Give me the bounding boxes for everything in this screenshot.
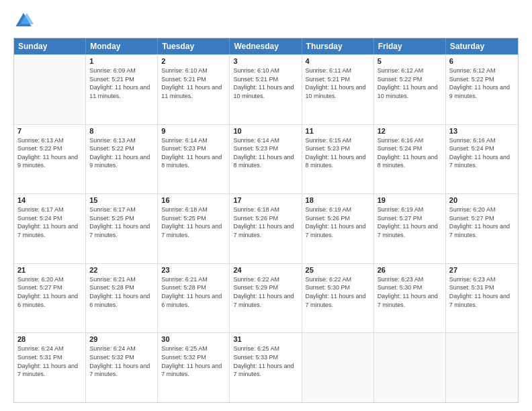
day-info: Sunrise: 6:17 AMSunset: 5:24 PMDaylight:… (17, 205, 82, 239)
day-info: Sunrise: 6:09 AMSunset: 5:21 PMDaylight:… (89, 66, 154, 100)
day-number: 30 (161, 335, 226, 343)
cal-cell: 19Sunrise: 6:19 AMSunset: 5:27 PMDayligh… (374, 194, 446, 263)
day-number: 5 (378, 57, 442, 65)
week-row-1: 1Sunrise: 6:09 AMSunset: 5:21 PMDaylight… (14, 54, 518, 124)
calendar-body: 1Sunrise: 6:09 AMSunset: 5:21 PMDaylight… (14, 54, 518, 402)
header-day-tuesday: Tuesday (158, 38, 230, 54)
day-number: 15 (89, 196, 154, 204)
day-number: 27 (449, 266, 515, 274)
day-number: 17 (233, 196, 298, 204)
week-row-3: 14Sunrise: 6:17 AMSunset: 5:24 PMDayligh… (14, 193, 518, 263)
day-number: 13 (449, 127, 515, 135)
cal-cell: 8Sunrise: 6:13 AMSunset: 5:22 PMDaylight… (86, 125, 158, 194)
cal-cell: 21Sunrise: 6:20 AMSunset: 5:27 PMDayligh… (14, 264, 86, 333)
cal-cell: 15Sunrise: 6:17 AMSunset: 5:25 PMDayligh… (86, 194, 158, 263)
cal-cell: 10Sunrise: 6:14 AMSunset: 5:23 PMDayligh… (230, 125, 302, 194)
day-info: Sunrise: 6:10 AMSunset: 5:21 PMDaylight:… (233, 66, 298, 100)
header-day-saturday: Saturday (446, 38, 518, 54)
cal-cell: 2Sunrise: 6:10 AMSunset: 5:21 PMDaylight… (158, 55, 230, 124)
day-number: 26 (378, 266, 442, 274)
day-info: Sunrise: 6:19 AMSunset: 5:26 PMDaylight:… (306, 205, 370, 239)
day-info: Sunrise: 6:15 AMSunset: 5:23 PMDaylight:… (306, 136, 370, 170)
cal-cell: 27Sunrise: 6:23 AMSunset: 5:31 PMDayligh… (446, 264, 518, 333)
header-day-sunday: Sunday (14, 38, 86, 54)
day-info: Sunrise: 6:24 AMSunset: 5:31 PMDaylight:… (17, 345, 82, 378)
header-day-monday: Monday (86, 38, 158, 54)
cal-cell: 12Sunrise: 6:16 AMSunset: 5:24 PMDayligh… (374, 125, 446, 194)
cal-cell: 25Sunrise: 6:22 AMSunset: 5:30 PMDayligh… (302, 264, 374, 333)
cal-cell: 4Sunrise: 6:11 AMSunset: 5:21 PMDaylight… (302, 55, 374, 124)
cal-cell: 14Sunrise: 6:17 AMSunset: 5:24 PMDayligh… (14, 194, 86, 263)
day-number: 31 (233, 335, 298, 343)
day-info: Sunrise: 6:21 AMSunset: 5:28 PMDaylight:… (89, 275, 154, 309)
cal-cell: 9Sunrise: 6:14 AMSunset: 5:23 PMDaylight… (158, 125, 230, 194)
day-info: Sunrise: 6:12 AMSunset: 5:22 PMDaylight:… (449, 66, 515, 100)
day-info: Sunrise: 6:25 AMSunset: 5:32 PMDaylight:… (161, 345, 226, 378)
day-info: Sunrise: 6:19 AMSunset: 5:27 PMDaylight:… (378, 205, 442, 239)
day-number: 22 (89, 266, 154, 274)
day-number: 6 (449, 57, 515, 65)
cal-cell (302, 333, 374, 402)
cal-cell: 26Sunrise: 6:23 AMSunset: 5:30 PMDayligh… (374, 264, 446, 333)
day-info: Sunrise: 6:25 AMSunset: 5:33 PMDaylight:… (233, 345, 298, 378)
day-info: Sunrise: 6:20 AMSunset: 5:27 PMDaylight:… (449, 205, 515, 239)
day-number: 8 (89, 127, 154, 135)
cal-cell: 28Sunrise: 6:24 AMSunset: 5:31 PMDayligh… (14, 333, 86, 402)
week-row-2: 7Sunrise: 6:13 AMSunset: 5:22 PMDaylight… (14, 124, 518, 194)
day-number: 10 (233, 127, 298, 135)
day-info: Sunrise: 6:23 AMSunset: 5:30 PMDaylight:… (378, 275, 442, 309)
day-info: Sunrise: 6:22 AMSunset: 5:29 PMDaylight:… (233, 275, 298, 309)
day-number: 7 (17, 127, 82, 135)
calendar-header: SundayMondayTuesdayWednesdayThursdayFrid… (14, 38, 518, 54)
day-number: 19 (378, 196, 442, 204)
day-info: Sunrise: 6:10 AMSunset: 5:21 PMDaylight:… (161, 66, 226, 100)
day-number: 20 (449, 196, 515, 204)
day-info: Sunrise: 6:11 AMSunset: 5:21 PMDaylight:… (306, 66, 370, 100)
cal-cell: 1Sunrise: 6:09 AMSunset: 5:21 PMDaylight… (86, 55, 158, 124)
day-number: 28 (17, 335, 82, 343)
day-info: Sunrise: 6:21 AMSunset: 5:28 PMDaylight:… (161, 275, 226, 309)
cal-cell (14, 55, 86, 124)
week-row-4: 21Sunrise: 6:20 AMSunset: 5:27 PMDayligh… (14, 263, 518, 333)
day-info: Sunrise: 6:20 AMSunset: 5:27 PMDaylight:… (17, 275, 82, 309)
cal-cell: 13Sunrise: 6:16 AMSunset: 5:24 PMDayligh… (446, 125, 518, 194)
day-number: 29 (89, 335, 154, 343)
header-day-wednesday: Wednesday (230, 38, 302, 54)
day-number: 23 (161, 266, 226, 274)
day-number: 11 (306, 127, 370, 135)
day-info: Sunrise: 6:18 AMSunset: 5:25 PMDaylight:… (161, 205, 226, 239)
logo (13, 11, 36, 31)
cal-cell (446, 333, 518, 402)
day-info: Sunrise: 6:18 AMSunset: 5:26 PMDaylight:… (233, 205, 298, 239)
day-number: 4 (306, 57, 370, 65)
cal-cell: 18Sunrise: 6:19 AMSunset: 5:26 PMDayligh… (302, 194, 374, 263)
cal-cell: 7Sunrise: 6:13 AMSunset: 5:22 PMDaylight… (14, 125, 86, 194)
page: SundayMondayTuesdayWednesdayThursdayFrid… (0, 0, 532, 411)
day-number: 3 (233, 57, 298, 65)
cal-cell: 16Sunrise: 6:18 AMSunset: 5:25 PMDayligh… (158, 194, 230, 263)
day-number: 12 (378, 127, 442, 135)
header-day-thursday: Thursday (302, 38, 374, 54)
cal-cell: 31Sunrise: 6:25 AMSunset: 5:33 PMDayligh… (230, 333, 302, 402)
day-info: Sunrise: 6:14 AMSunset: 5:23 PMDaylight:… (161, 136, 226, 170)
cal-cell: 3Sunrise: 6:10 AMSunset: 5:21 PMDaylight… (230, 55, 302, 124)
cal-cell: 20Sunrise: 6:20 AMSunset: 5:27 PMDayligh… (446, 194, 518, 263)
day-info: Sunrise: 6:17 AMSunset: 5:25 PMDaylight:… (89, 205, 154, 239)
day-info: Sunrise: 6:13 AMSunset: 5:22 PMDaylight:… (17, 136, 82, 170)
day-number: 25 (306, 266, 370, 274)
day-number: 16 (161, 196, 226, 204)
cal-cell: 30Sunrise: 6:25 AMSunset: 5:32 PMDayligh… (158, 333, 230, 402)
cal-cell: 17Sunrise: 6:18 AMSunset: 5:26 PMDayligh… (230, 194, 302, 263)
day-info: Sunrise: 6:16 AMSunset: 5:24 PMDaylight:… (378, 136, 442, 170)
day-number: 14 (17, 196, 82, 204)
day-number: 1 (89, 57, 154, 65)
cal-cell: 11Sunrise: 6:15 AMSunset: 5:23 PMDayligh… (302, 125, 374, 194)
day-info: Sunrise: 6:13 AMSunset: 5:22 PMDaylight:… (89, 136, 154, 170)
week-row-5: 28Sunrise: 6:24 AMSunset: 5:31 PMDayligh… (14, 332, 518, 402)
day-info: Sunrise: 6:16 AMSunset: 5:24 PMDaylight:… (449, 136, 515, 170)
cal-cell (374, 333, 446, 402)
calendar: SundayMondayTuesdayWednesdayThursdayFrid… (13, 38, 519, 403)
cal-cell: 6Sunrise: 6:12 AMSunset: 5:22 PMDaylight… (446, 55, 518, 124)
header-day-friday: Friday (374, 38, 446, 54)
day-info: Sunrise: 6:12 AMSunset: 5:22 PMDaylight:… (378, 66, 442, 100)
